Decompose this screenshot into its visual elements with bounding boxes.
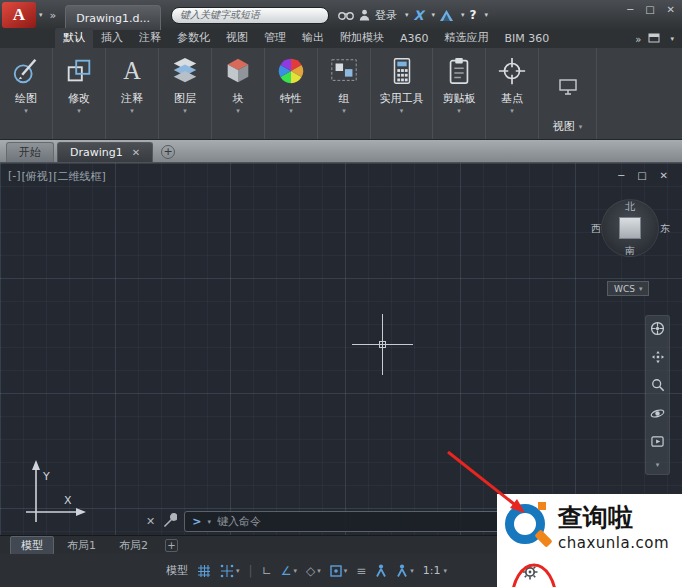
steering-wheel-icon[interactable] <box>650 321 665 340</box>
ribbon-panel-draw[interactable]: 绘图 ▾ <box>0 48 53 139</box>
help-caret-icon[interactable]: ▾ <box>485 11 489 19</box>
ribbon-panel-modify[interactable]: 修改 ▾ <box>53 48 106 139</box>
panel-caret-icon[interactable]: ▾ <box>289 107 293 115</box>
a360-caret-icon[interactable]: ▾ <box>461 11 465 19</box>
lineweight-toggle[interactable]: ≡ <box>356 564 366 578</box>
autoscale-caret-icon[interactable]: ▾ <box>410 567 414 575</box>
command-line-close-icon[interactable]: ✕ <box>146 515 155 528</box>
drawing-minimize-icon[interactable]: ─ <box>618 170 624 181</box>
panel-caret-icon[interactable]: ▾ <box>77 107 81 115</box>
pan-icon[interactable] <box>651 349 665 368</box>
grid-toggle[interactable] <box>197 564 211 578</box>
quick-access-overflow-icon[interactable]: » <box>50 9 57 22</box>
panel-caret-icon[interactable]: ▾ <box>130 107 134 115</box>
showmotion-icon[interactable] <box>651 433 664 452</box>
drawing-restore-icon[interactable]: □ <box>637 170 646 181</box>
viewport-monitor-icon[interactable] <box>559 79 577 99</box>
file-tab-drawing1[interactable]: Drawing1 ✕ <box>57 142 153 162</box>
viewcube[interactable]: 北 南 西 东 <box>588 191 674 267</box>
panel-caret-icon[interactable]: ▾ <box>183 107 187 115</box>
tab-featured-apps[interactable]: 精选应用 <box>437 28 497 48</box>
tab-output[interactable]: 输出 <box>294 28 332 48</box>
help-button[interactable]: ? <box>470 8 477 22</box>
zoom-icon[interactable] <box>651 377 665 396</box>
login-caret-icon[interactable]: ▾ <box>405 11 409 19</box>
tab-bim360[interactable]: BIM 360 <box>497 30 558 48</box>
polar-caret-icon[interactable]: ▾ <box>293 567 297 575</box>
ribbon-cycle-caret-icon[interactable]: ▾ <box>670 35 674 43</box>
tab-view[interactable]: 视图 <box>218 28 256 48</box>
ribbon-panel-clipboard[interactable]: 剪贴板 ▾ <box>433 48 486 139</box>
viewport-menu-control[interactable]: [-] <box>8 169 21 184</box>
wcs-dropdown[interactable]: WCS ▾ <box>607 281 649 296</box>
ribbon-panel-annotate[interactable]: A 注释 ▾ <box>106 48 159 139</box>
viewport-visual-style-control[interactable]: [二维线框] <box>53 169 106 184</box>
viewcube-south-label[interactable]: 南 <box>625 244 635 258</box>
panel-caret-icon[interactable]: ▾ <box>400 107 404 115</box>
exchange-x-icon[interactable]: X <box>413 8 423 23</box>
annotation-visibility-toggle[interactable] <box>375 564 387 577</box>
orbit-icon[interactable] <box>650 405 665 424</box>
exchange-caret-icon[interactable]: ▾ <box>432 11 436 19</box>
search-input[interactable]: 键入关键字或短语 <box>171 7 329 24</box>
search-binoculars-icon[interactable] <box>338 6 354 25</box>
tab-overflow-icon[interactable]: » <box>635 34 641 45</box>
new-drawing-tab-button[interactable]: + <box>161 145 175 159</box>
layout-tab-layout2[interactable]: 布局2 <box>109 537 158 554</box>
snap-toggle[interactable]: ▾ <box>220 564 240 578</box>
close-icon[interactable]: ✕ <box>667 4 675 15</box>
new-layout-button[interactable]: + <box>165 539 178 552</box>
panel-caret-icon[interactable]: ▾ <box>342 107 346 115</box>
viewcube-west-label[interactable]: 西 <box>591 222 601 236</box>
tab-parametric[interactable]: 参数化 <box>169 28 218 48</box>
minimize-icon[interactable]: ─ <box>627 4 633 15</box>
customization-gear-icon[interactable] <box>521 563 539 585</box>
ribbon-panel-group[interactable]: 组 ▾ <box>318 48 371 139</box>
command-recent-caret-icon[interactable]: ▾ <box>207 518 211 526</box>
viewcube-east-label[interactable]: 东 <box>660 222 670 236</box>
snap-caret-icon[interactable]: ▾ <box>236 567 240 575</box>
panel-caret-icon[interactable]: ▾ <box>457 107 461 115</box>
ortho-toggle[interactable]: ∟ <box>262 564 272 578</box>
tab-a360[interactable]: A360 <box>392 30 437 48</box>
file-tab-start[interactable]: 开始 <box>6 142 54 162</box>
ribbon-panel-layers[interactable]: 图层 ▾ <box>159 48 212 139</box>
ribbon-panel-view[interactable]: 视图 ▾ <box>539 48 597 139</box>
ribbon-panel-block[interactable]: 块 ▾ <box>212 48 265 139</box>
panel-caret-icon[interactable]: ▾ <box>510 107 514 115</box>
viewcube-cube[interactable] <box>619 217 641 239</box>
command-line-customize-icon[interactable] <box>162 512 177 531</box>
viewcube-north-label[interactable]: 北 <box>625 200 635 214</box>
drawing-area[interactable]: [-] [俯视] [二维线框] ─ □ ✕ 北 南 西 东 WCS ▾ <box>0 163 682 535</box>
ribbon-panel-basepoint[interactable]: 基点 ▾ <box>486 48 539 139</box>
osnap-toggle[interactable]: ▾ <box>330 565 348 577</box>
panel-caret-icon[interactable]: ▾ <box>24 107 28 115</box>
model-space-button[interactable]: 模型 <box>166 563 188 578</box>
tab-default[interactable]: 默认 <box>55 28 93 48</box>
tab-insert[interactable]: 插入 <box>93 28 131 48</box>
ribbon-panel-utilities[interactable]: 实用工具 ▾ <box>371 48 433 139</box>
navbar-menu-caret-icon[interactable]: ▾ <box>656 461 660 469</box>
application-menu-button[interactable]: A <box>2 2 36 28</box>
osnap-caret-icon[interactable]: ▾ <box>344 567 348 575</box>
layout-tab-model[interactable]: 模型 <box>10 536 54 555</box>
drawing-close-icon[interactable]: ✕ <box>660 170 668 181</box>
document-title-tab[interactable]: Drawing1.d... <box>65 5 161 30</box>
isodraft-toggle[interactable]: ◇ ▾ <box>306 564 321 578</box>
layout-tab-layout1[interactable]: 布局1 <box>57 537 106 554</box>
view-panel-caret-icon[interactable]: ▾ <box>579 123 583 131</box>
maximize-icon[interactable]: □ <box>645 4 654 15</box>
tab-manage[interactable]: 管理 <box>256 28 294 48</box>
annotation-autoscale-toggle[interactable]: ▾ <box>396 564 414 577</box>
panel-caret-icon[interactable]: ▾ <box>236 107 240 115</box>
tab-annotate[interactable]: 注释 <box>131 28 169 48</box>
annotation-scale-button[interactable]: 1:1 ▾ <box>423 564 447 577</box>
scale-caret-icon[interactable]: ▾ <box>443 567 447 575</box>
a360-icon[interactable] <box>440 6 453 25</box>
login-button[interactable]: 登录 <box>375 8 397 23</box>
ribbon-cycle-icon[interactable] <box>648 33 660 45</box>
viewport-view-control[interactable]: [俯视] <box>22 169 53 184</box>
file-tab-close-icon[interactable]: ✕ <box>132 147 140 158</box>
tab-addins[interactable]: 附加模块 <box>332 28 392 48</box>
polar-toggle[interactable]: ∠ ▾ <box>281 564 297 578</box>
